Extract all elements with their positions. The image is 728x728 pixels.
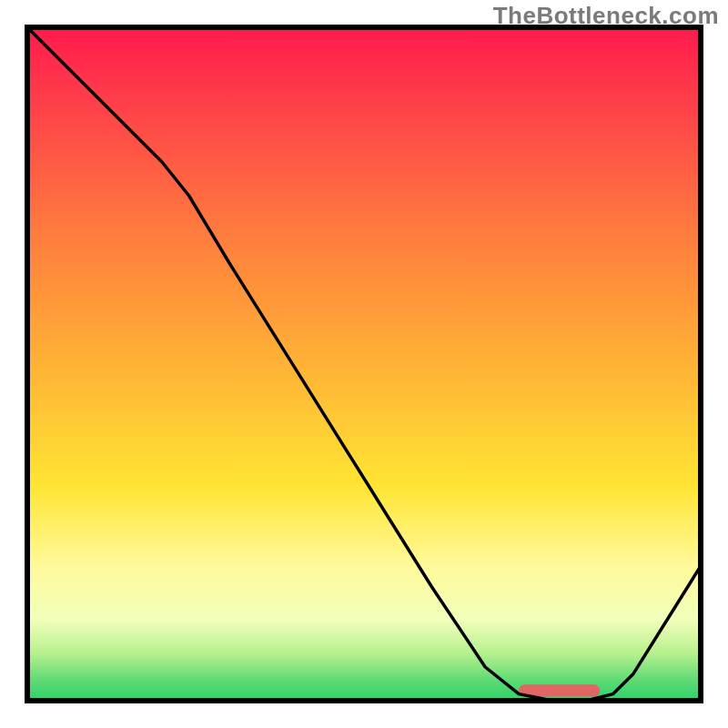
chart-stage: TheBottleneck.com	[0, 0, 728, 728]
chart-canvas	[0, 0, 728, 728]
watermark-text: TheBottleneck.com	[493, 2, 719, 30]
